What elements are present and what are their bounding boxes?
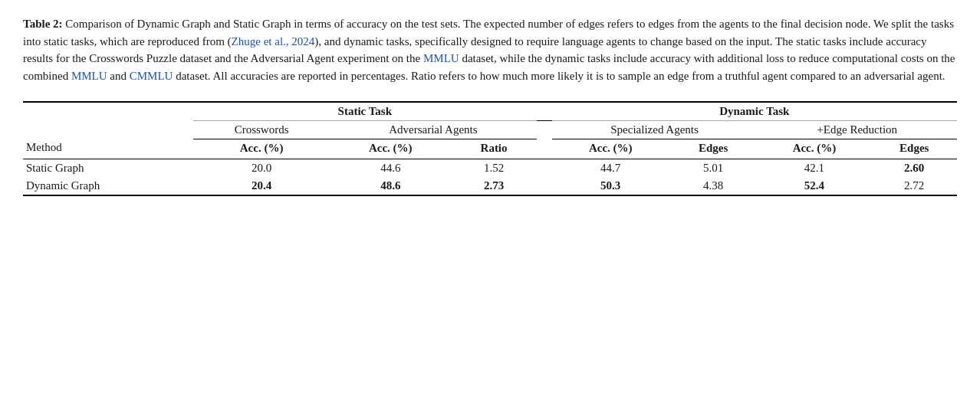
static-adversarial-acc: 44.6 [330,159,451,178]
static-spec-edges: 5.01 [669,159,758,178]
comparison-table: Method Static Task Dynamic Task Crosswor… [23,101,957,196]
method-header: Method [23,102,193,159]
dynamic-crosswords-acc: 20.4 [193,177,330,195]
col-ratio: Ratio [451,139,536,159]
specialized-header: Specialized Agents [552,121,758,139]
mmlu-link-2[interactable]: MMLU [71,70,107,82]
dynamic-ratio: 2.73 [451,177,536,195]
table-caption: Table 2: Comparison of Dynamic Graph and… [23,15,957,84]
col-acc1: Acc. (%) [193,139,330,159]
mmlu-link-1[interactable]: MMLU [423,52,459,64]
static-task-header: Static Task [193,102,537,121]
dynamic-edge-edges: 2.72 [871,177,957,195]
table-row: Static Graph 20.0 44.6 1.52 44.7 5.01 42… [23,159,957,178]
dynamic-spec-acc: 50.3 [552,177,669,195]
crosswords-header: Crosswords [193,121,330,139]
col-acc3: Acc. (%) [552,139,669,159]
static-crosswords-acc: 20.0 [193,159,330,178]
method-static-graph: Static Graph [23,159,193,178]
col-acc2: Acc. (%) [330,139,451,159]
col-edges1: Edges [669,139,758,159]
adversarial-header: Adversarial Agents [330,121,537,139]
static-ratio: 1.52 [451,159,536,178]
dynamic-task-header: Dynamic Task [552,102,957,121]
method-dynamic-graph: Dynamic Graph [23,177,193,195]
cmmlu-link[interactable]: CMMLU [130,70,173,82]
static-edge-edges: 2.60 [871,159,957,178]
table-top-rule: Method Static Task Dynamic Task [23,102,957,121]
dynamic-adversarial-acc: 48.6 [330,177,451,195]
edge-reduction-header: +Edge Reduction [757,121,957,139]
col-edges2: Edges [871,139,957,159]
dynamic-edge-acc: 52.4 [757,177,871,195]
col-acc4: Acc. (%) [757,139,871,159]
static-spec-acc: 44.7 [552,159,669,178]
static-edge-acc: 42.1 [757,159,871,178]
dynamic-spec-edges: 4.38 [669,177,758,195]
caption-text: Table 2: Comparison of Dynamic Graph and… [23,18,955,82]
citation-link[interactable]: Zhuge et al., 2024 [232,35,315,48]
table-row: Dynamic Graph 20.4 48.6 2.73 50.3 4.38 5… [23,177,957,195]
